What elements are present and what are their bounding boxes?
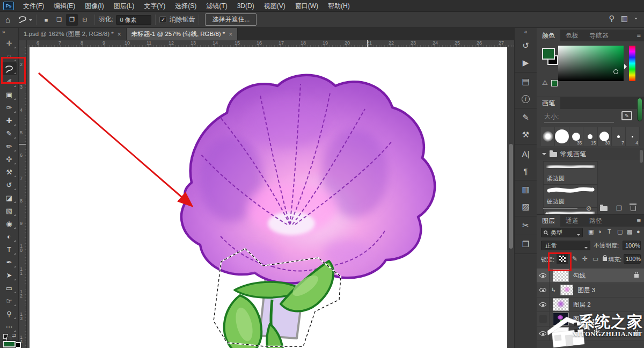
layer-thumbnail[interactable] <box>553 269 569 282</box>
visibility-toggle[interactable] <box>537 283 550 298</box>
layer-row[interactable]: ↳图层 3 <box>537 283 644 298</box>
clone-source-icon[interactable]: ⚒ <box>518 128 534 142</box>
visibility-toggle[interactable] <box>537 298 550 312</box>
tab-paths[interactable]: 路径 <box>584 215 608 227</box>
zoom-tool[interactable]: ⚲ <box>2 307 17 320</box>
paragraph-icon[interactable]: ¶ <box>518 164 534 178</box>
menu-view[interactable]: 视图(V) <box>259 0 290 12</box>
layer-row[interactable]: 勾线 <box>537 269 644 283</box>
edit-toolbar[interactable]: ⋯ <box>2 320 17 333</box>
gradient-tool[interactable]: ▧ <box>2 204 17 217</box>
mixer-brush-tool[interactable]: ✣ <box>2 153 17 165</box>
menu-window[interactable]: 窗口(W) <box>290 0 323 12</box>
lasso-tool[interactable] <box>2 62 17 75</box>
search-icon[interactable]: ⚲ <box>609 14 614 23</box>
add-to-selection-button[interactable]: ❏ <box>53 14 65 26</box>
history-brush-tool[interactable]: ↺ <box>2 178 17 191</box>
pen-tool[interactable]: ✒ <box>2 256 17 269</box>
brush-preset[interactable]: 35 <box>569 127 583 146</box>
tab-brushes[interactable]: 画笔 <box>537 97 560 109</box>
feather-input[interactable]: 0 像素 <box>116 15 151 25</box>
layer-filter-dropdown[interactable]: 类型 <box>541 228 583 237</box>
brush-effects-toggle-icon[interactable]: ⊘ <box>586 205 591 212</box>
tab-swatches[interactable]: 色板 <box>560 30 584 41</box>
brush-tool[interactable]: ✎ <box>2 127 17 140</box>
lock-artboard-icon[interactable]: ▭ <box>592 255 598 263</box>
libraries-icon[interactable]: ▥ <box>518 183 534 197</box>
menu-edit[interactable]: 编辑(E) <box>49 0 80 12</box>
move-tool[interactable]: ✛ <box>2 37 17 49</box>
panel-menu-icon[interactable]: ≡ <box>636 216 641 224</box>
layer-row[interactable]: 图层 1 <box>537 312 644 327</box>
toolbar-collapse-button[interactable]: » <box>0 28 18 37</box>
quick-selection-tool[interactable]: ✐ <box>2 75 17 88</box>
lock-brush-icon[interactable]: ✎ <box>572 255 577 263</box>
antialias-checkbox[interactable]: ✓ <box>159 16 166 23</box>
layer-thumbnail[interactable] <box>553 327 569 340</box>
brush-edit-icon[interactable]: ✎ <box>621 111 632 120</box>
menu-layer[interactable]: 图层(L) <box>109 0 140 12</box>
tool-preset-picker[interactable] <box>18 16 32 24</box>
document-tab[interactable]: 1.psd @ 162% (图层 2, RGB/8) *× <box>19 28 127 40</box>
document-tab[interactable]: 未标题-1 @ 257% (勾线, RGB/8) *× <box>127 28 238 40</box>
menu-image[interactable]: 图像(I) <box>80 0 108 12</box>
gamut-warning-icon[interactable]: ⚠ <box>542 79 548 86</box>
paragraph-styles-icon[interactable]: ▨ <box>518 200 534 214</box>
properties-icon[interactable]: ▤ <box>518 75 534 89</box>
close-icon[interactable]: × <box>229 31 232 38</box>
brush-list-scrollbar[interactable] <box>640 150 643 163</box>
lock-move-icon[interactable]: ✛ <box>582 255 588 263</box>
filter-smart-objects-icon[interactable]: ▩ <box>627 228 632 235</box>
history-icon[interactable]: ↺ <box>518 39 534 53</box>
visibility-toggle[interactable] <box>537 327 550 341</box>
layer-thumbnail[interactable] <box>553 298 569 311</box>
eyedropper-tool[interactable]: ✑ <box>2 101 17 114</box>
menu-3d[interactable]: 3D(D) <box>232 0 259 12</box>
default-colors-icon[interactable]: ⇄ <box>2 334 16 338</box>
color-field[interactable] <box>558 46 624 81</box>
canvas-scrollbar[interactable] <box>508 47 514 348</box>
brush-preset[interactable]: 4 <box>626 127 640 146</box>
menu-help[interactable]: 帮助(H) <box>323 0 355 12</box>
hand-tool[interactable]: ☞ <box>2 294 17 307</box>
type-tool[interactable]: T <box>2 243 17 256</box>
layer-thumbnail[interactable] <box>560 285 573 295</box>
brush-stroke-preview[interactable] <box>543 184 598 197</box>
foreground-color-swatch[interactable] <box>542 48 555 60</box>
menu-select[interactable]: 选择(S) <box>170 0 201 12</box>
filter-type-layers-icon[interactable]: T <box>608 228 611 235</box>
subtract-from-selection-button[interactable]: ❐ <box>66 14 78 26</box>
filter-shape-layers-icon[interactable]: ▢ <box>617 228 623 235</box>
snapshot-icon[interactable]: ❐ <box>518 237 534 251</box>
filter-pixel-layers-icon[interactable]: ▣ <box>588 228 594 235</box>
character-icon[interactable]: A| <box>518 147 534 161</box>
tab-color[interactable]: 颜色 <box>537 30 560 41</box>
tool-presets-icon[interactable]: ✂ <box>518 219 534 233</box>
tab-layers[interactable]: 图层 <box>537 215 560 227</box>
delete-brush-icon[interactable] <box>631 206 636 211</box>
info-icon[interactable]: i <box>518 92 534 106</box>
dodge-tool[interactable]: ◐ <box>2 230 17 243</box>
brush-settings-icon[interactable]: ✎ <box>518 111 534 125</box>
chevron-down-icon[interactable] <box>634 18 638 21</box>
fill-dropdown[interactable]: 100% <box>624 254 641 264</box>
dock-collapse-button[interactable]: « <box>524 28 528 37</box>
panel-menu-icon[interactable]: ≡ <box>636 31 641 39</box>
brush-preset[interactable]: 30 <box>598 127 612 146</box>
document-canvas[interactable] <box>30 47 507 348</box>
crop-tool[interactable]: ▣ <box>2 88 17 101</box>
brush-preset[interactable] <box>555 127 569 146</box>
brush-footer-slider[interactable] <box>543 208 577 209</box>
visibility-toggle[interactable] <box>537 312 550 327</box>
scrollbar-thumb[interactable] <box>509 144 513 249</box>
select-and-mask-button[interactable]: 选择并遮住... <box>205 13 257 26</box>
home-icon[interactable]: ⌂ <box>5 15 10 24</box>
brush-size-slider[interactable] <box>544 122 614 123</box>
color-cursor[interactable] <box>613 69 618 74</box>
intersect-selection-button[interactable]: ⊡ <box>79 14 91 26</box>
lock-transparent-pixels-icon[interactable] <box>557 253 568 264</box>
blur-tool[interactable]: ◉ <box>2 217 17 230</box>
menu-file[interactable]: 文件(F) <box>18 0 49 12</box>
brush-preset[interactable]: 15 <box>583 127 597 146</box>
healing-brush-tool[interactable]: ✚ <box>2 114 17 127</box>
